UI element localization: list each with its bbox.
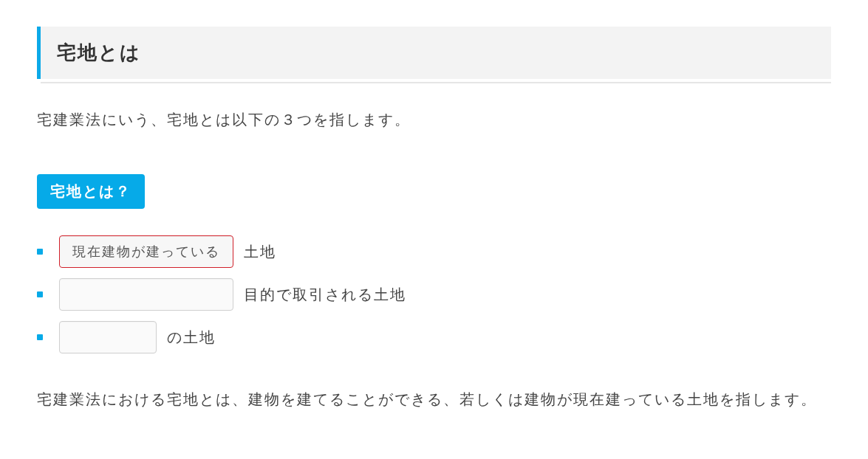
fill-blank-input-1[interactable]: [59, 235, 233, 268]
list-item-suffix: の土地: [167, 328, 216, 348]
section-takuchi: 宅地とは 宅建業法にいう、宅地とは以下の３つを指します。 宅地とは？ 土地 目的…: [0, 0, 868, 415]
followup-paragraph: 宅建業法における宅地とは、建物を建てることができる、若しくは建物が現在建っている…: [37, 383, 831, 415]
list-item: の土地: [37, 321, 831, 353]
intro-paragraph: 宅建業法にいう、宅地とは以下の３つを指します。: [37, 110, 831, 130]
bullet-icon: [37, 249, 43, 255]
list-item-suffix: 目的で取引される土地: [244, 285, 406, 305]
topic-badge: 宅地とは？: [37, 174, 145, 209]
fill-blank-input-2[interactable]: [59, 278, 233, 311]
definition-list: 土地 目的で取引される土地 の土地: [37, 235, 831, 353]
section-heading: 宅地とは: [37, 27, 831, 79]
list-item: 目的で取引される土地: [37, 278, 831, 311]
bullet-icon: [37, 334, 43, 340]
page-root: 宅地とは 宅建業法にいう、宅地とは以下の３つを指します。 宅地とは？ 土地 目的…: [0, 0, 868, 459]
badge-row: 宅地とは？: [37, 174, 831, 209]
list-item-suffix: 土地: [244, 242, 276, 262]
list-item: 土地: [37, 235, 831, 268]
bullet-icon: [37, 291, 43, 297]
fill-blank-input-3[interactable]: [59, 321, 157, 353]
